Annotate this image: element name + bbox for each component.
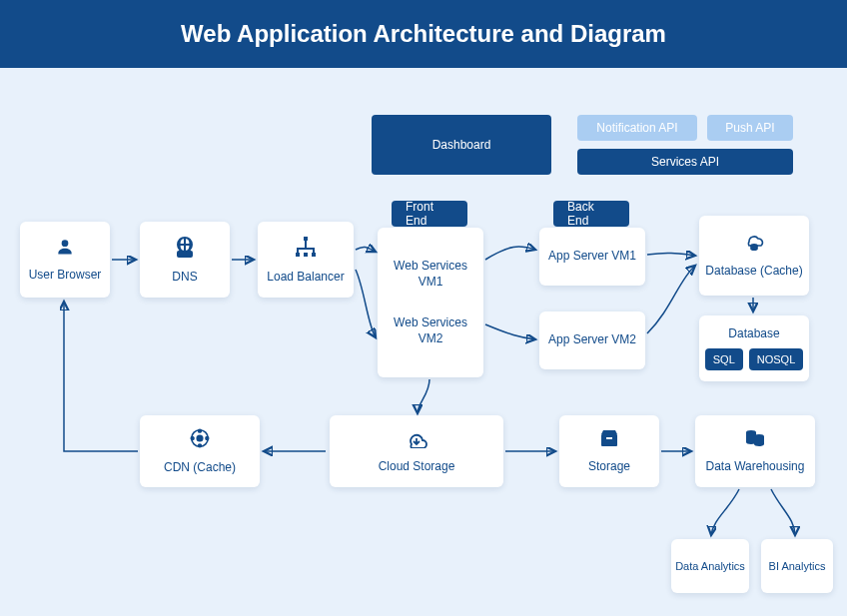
storage-icon	[598, 428, 620, 453]
front-end-label: Front End	[392, 201, 467, 227]
push-api-node: Push API	[707, 115, 793, 141]
database-cache-node: Database (Cache)	[699, 216, 809, 296]
data-warehousing-node: Data Warehousing	[695, 415, 815, 487]
notification-api-node: Notification API	[577, 115, 697, 141]
app-server-vm1-label: App Server VM1	[548, 249, 636, 265]
globe-icon: DNS	[173, 235, 197, 264]
data-analytics-node: Data Analytics	[671, 539, 749, 593]
dns-label: DNS	[172, 270, 197, 286]
database-label: Database	[728, 326, 779, 342]
app-server-vm2-label: App Server VM2	[548, 332, 636, 348]
data-analytics-label: Data Analytics	[675, 559, 745, 573]
app-server-vm1-node: App Server VM1	[539, 228, 645, 286]
svg-rect-5	[296, 253, 300, 257]
back-end-label: Back End	[553, 201, 629, 227]
svg-rect-6	[304, 253, 308, 257]
storage-label: Storage	[588, 459, 630, 475]
cdn-node: CDN (Cache)	[140, 415, 260, 487]
svg-point-14	[199, 444, 202, 447]
data-warehousing-label: Data Warehousing	[706, 459, 805, 475]
svg-text:DNS: DNS	[180, 251, 191, 257]
bi-analytics-node: BI Analytics	[761, 539, 833, 593]
svg-rect-16	[606, 437, 612, 439]
load-balancer-node: Load Balancer	[258, 222, 354, 298]
user-browser-label: User Browser	[29, 268, 102, 284]
diagram-canvas: Dashboard Notification API Push API Serv…	[0, 70, 847, 616]
user-icon	[55, 237, 75, 262]
cloud-storage-label: Cloud Storage	[379, 459, 455, 475]
services-api-node: Services API	[577, 149, 793, 175]
cdn-icon	[189, 427, 211, 454]
app-server-vm2-node: App Server VM2	[539, 311, 645, 369]
page-title: Web Application Architecture and Diagram	[0, 0, 847, 68]
cdn-label: CDN (Cache)	[164, 460, 236, 476]
load-balancer-label: Load Balancer	[267, 270, 344, 286]
bi-analytics-label: BI Analytics	[769, 559, 826, 573]
cloud-icon	[403, 428, 430, 453]
svg-point-12	[206, 437, 209, 440]
svg-point-11	[199, 429, 202, 432]
svg-point-13	[191, 437, 194, 440]
database-node: Database SQL NOSQL	[699, 315, 809, 381]
svg-rect-15	[601, 434, 617, 446]
web-services-vm1-label: Web Services VM1	[382, 259, 479, 290]
web-services-container: Web Services VM1 Web Services VM2	[378, 228, 483, 377]
warehouse-icon	[743, 428, 767, 453]
database-cache-label: Database (Cache)	[705, 264, 802, 280]
nosql-chip: NOSQL	[749, 348, 804, 370]
web-services-vm2-label: Web Services VM2	[382, 315, 479, 346]
network-icon	[294, 235, 318, 264]
svg-rect-4	[304, 237, 308, 241]
database-chips: SQL NOSQL	[705, 348, 804, 370]
dns-node: DNS DNS	[140, 222, 230, 298]
svg-rect-7	[312, 253, 316, 257]
user-browser-node: User Browser	[20, 222, 110, 298]
storage-node: Storage	[559, 415, 659, 487]
svg-point-0	[62, 240, 69, 247]
cloud-db-icon	[742, 233, 766, 258]
sql-chip: SQL	[705, 348, 743, 370]
dashboard-node: Dashboard	[372, 115, 551, 175]
cloud-storage-node: Cloud Storage	[330, 415, 503, 487]
svg-point-10	[197, 435, 203, 441]
